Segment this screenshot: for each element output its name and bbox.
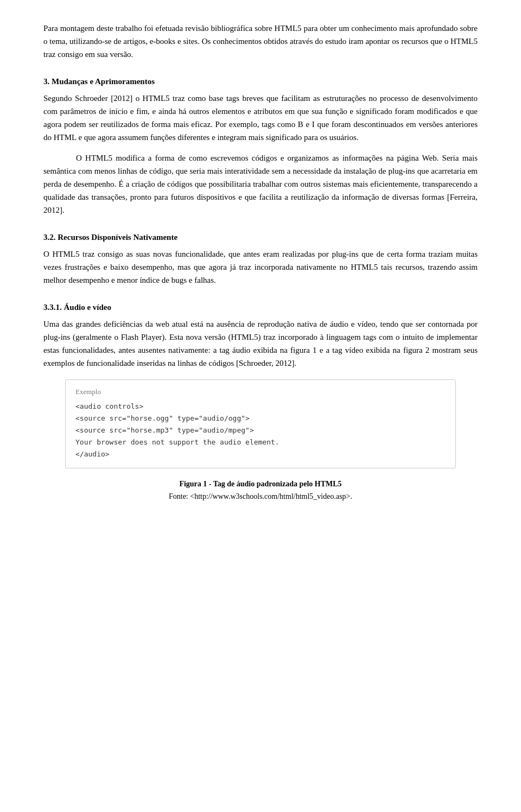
code-example-box: Exemplo <audio controls> <source src="ho… <box>65 379 456 468</box>
code-block: <audio controls> <source src="horse.ogg"… <box>75 401 446 460</box>
section3-heading: 3. Mudanças e Aprimoramentos <box>43 77 478 86</box>
figure-caption-line2: Fonte: <http://www.w3schools.com/html/ht… <box>169 492 352 500</box>
section3-paragraph1: Segundo Schroeder [2012] o HTML5 traz co… <box>43 92 478 144</box>
section331-heading: 3.3.1. Áudio e vídeo <box>43 303 478 312</box>
example-label: Exemplo <box>75 388 446 396</box>
page-content: Para montagem deste trabalho foi efetuad… <box>0 0 521 535</box>
intro-paragraph: Para montagem deste trabalho foi efetuad… <box>43 22 478 61</box>
section3-paragraph2: O HTML5 modifica a forma de como escreve… <box>43 151 478 217</box>
code-line-2: <source src="horse.ogg" type="audio/ogg"… <box>75 414 250 422</box>
code-line-3: <source src="horse.mp3" type="audio/mpeg… <box>75 426 254 434</box>
code-line-5: </audio> <box>75 450 110 458</box>
section331-paragraph: Uma das grandes deficiências da web atua… <box>43 318 478 370</box>
section32-paragraph: O HTML5 traz consigo as suas novas funci… <box>43 248 478 287</box>
code-line-1: <audio controls> <box>75 402 143 410</box>
figure-caption-line1: Figura 1 - Tag de áudio padronizada pelo… <box>179 480 341 488</box>
figure-caption: Figura 1 - Tag de áudio padronizada pelo… <box>43 478 478 503</box>
section32-heading: 3.2. Recursos Disponíveis Nativamente <box>43 233 478 242</box>
code-line-4: Your browser does not support the audio … <box>75 438 279 446</box>
